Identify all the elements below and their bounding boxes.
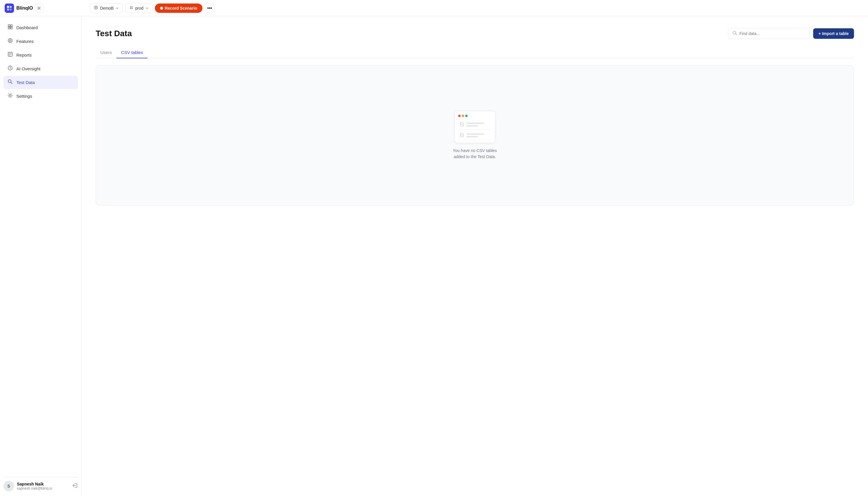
user-name: Sapnesh Naik xyxy=(17,482,69,486)
topbar: BlinqIO DemoB xyxy=(0,0,868,16)
file-line-long-2 xyxy=(467,133,484,135)
svg-line-21 xyxy=(736,34,737,35)
svg-rect-0 xyxy=(7,6,9,8)
sidebar-nav: Dashboard Features xyxy=(3,21,78,474)
file-icon-2 xyxy=(459,133,464,138)
tab-csv-tables-label: CSV tables xyxy=(121,50,143,55)
main-content: Test Data + Import a table xyxy=(82,16,868,496)
svg-rect-1 xyxy=(10,6,12,8)
reports-icon xyxy=(7,51,13,59)
search-input[interactable] xyxy=(739,31,805,36)
user-info: Sapnesh Naik sapnesh.naik@blinq.io xyxy=(17,482,69,491)
more-options-button[interactable]: ••• xyxy=(205,3,215,13)
search-box xyxy=(728,28,810,39)
file-line-long-1 xyxy=(467,123,484,124)
sidebar-settings-label: Settings xyxy=(16,94,32,98)
svg-point-9 xyxy=(131,8,133,9)
sidebar-item-reports[interactable]: Reports xyxy=(3,48,78,62)
sidebar-item-settings[interactable]: Settings xyxy=(3,90,78,103)
svg-point-19 xyxy=(9,94,11,96)
chevron-down-icon xyxy=(115,6,119,10)
record-btn-label: Record Scenario xyxy=(165,6,197,11)
dot-yellow xyxy=(462,115,464,117)
empty-state-text: You have no CSV tablesadded to the Test … xyxy=(453,148,497,160)
dot-red xyxy=(458,115,460,117)
window-dots xyxy=(458,115,491,117)
file-line-short-2 xyxy=(467,136,478,137)
sidebar-item-ai-oversight[interactable]: AI Oversight xyxy=(3,62,78,75)
svg-line-18 xyxy=(11,82,12,84)
sidebar-ai-oversight-label: AI Oversight xyxy=(16,66,41,71)
logout-button[interactable] xyxy=(72,483,78,490)
prod-chevron-down-icon xyxy=(145,6,149,10)
main-layout: Dashboard Features xyxy=(0,16,868,496)
demo-env-selector[interactable]: DemoB xyxy=(90,3,123,13)
import-table-button[interactable]: + Import a table xyxy=(813,28,854,39)
sidebar-footer: S Sapnesh Naik sapnesh.naik@blinq.io xyxy=(3,477,78,491)
file-row-2 xyxy=(458,131,491,140)
app-name: BlinqIO xyxy=(16,5,33,11)
tabs: Users CSV tables xyxy=(96,47,854,58)
prod-env-selector[interactable]: prod xyxy=(125,3,153,13)
avatar-initial: S xyxy=(7,484,10,489)
sidebar-item-features[interactable]: Features xyxy=(3,35,78,48)
test-data-icon xyxy=(7,79,13,86)
sidebar-test-data-label: Test Data xyxy=(16,80,35,85)
prod-env-label: prod xyxy=(135,6,143,11)
file-lines-1 xyxy=(467,123,484,127)
tab-users[interactable]: Users xyxy=(96,47,116,58)
dashboard-icon xyxy=(7,24,13,31)
prod-env-icon xyxy=(129,5,133,11)
tab-users-label: Users xyxy=(100,50,112,55)
sidebar-features-label: Features xyxy=(16,39,33,44)
user-avatar: S xyxy=(3,481,14,491)
tab-csv-tables[interactable]: CSV tables xyxy=(116,47,147,58)
record-scenario-button[interactable]: Record Scenario xyxy=(155,3,202,13)
sidebar-item-test-data[interactable]: Test Data xyxy=(3,76,78,89)
file-icon-1 xyxy=(459,122,464,127)
file-lines-2 xyxy=(467,133,484,137)
user-email: sapnesh.naik@blinq.io xyxy=(17,486,69,491)
demo-env-icon xyxy=(94,5,98,11)
sidebar-dashboard-label: Dashboard xyxy=(16,25,37,30)
dot-green xyxy=(465,115,468,117)
file-row-1 xyxy=(458,120,491,129)
collapse-sidebar-button[interactable] xyxy=(35,4,44,13)
demo-env-label: DemoB xyxy=(100,6,114,11)
ai-oversight-icon xyxy=(7,65,13,72)
svg-rect-3 xyxy=(10,9,12,11)
header-actions: + Import a table xyxy=(728,28,854,39)
more-icon: ••• xyxy=(207,5,212,11)
svg-point-11 xyxy=(8,38,12,43)
file-line-short-1 xyxy=(467,125,478,127)
content-header: Test Data + Import a table xyxy=(96,28,854,39)
empty-state-area: You have no CSV tablesadded to the Test … xyxy=(96,65,854,205)
settings-icon xyxy=(7,93,13,100)
features-icon xyxy=(7,37,13,45)
logo-area: BlinqIO xyxy=(5,3,86,13)
search-icon xyxy=(732,31,737,36)
empty-state-content: You have no CSV tablesadded to the Test … xyxy=(453,111,497,160)
svg-point-10 xyxy=(9,40,11,42)
svg-point-7 xyxy=(131,6,133,7)
record-dot-icon xyxy=(160,7,163,10)
sidebar-reports-label: Reports xyxy=(16,52,32,58)
empty-illustration xyxy=(454,111,495,143)
sidebar-item-dashboard[interactable]: Dashboard xyxy=(3,21,78,34)
app-logo-icon xyxy=(5,3,14,13)
svg-point-6 xyxy=(130,6,131,7)
svg-point-8 xyxy=(130,8,131,9)
page-title: Test Data xyxy=(96,29,132,38)
sidebar: Dashboard Features xyxy=(0,16,82,496)
svg-rect-2 xyxy=(7,9,9,11)
topbar-nav: DemoB prod Record Scenario xyxy=(90,3,863,13)
import-btn-label: + Import a table xyxy=(818,31,849,36)
